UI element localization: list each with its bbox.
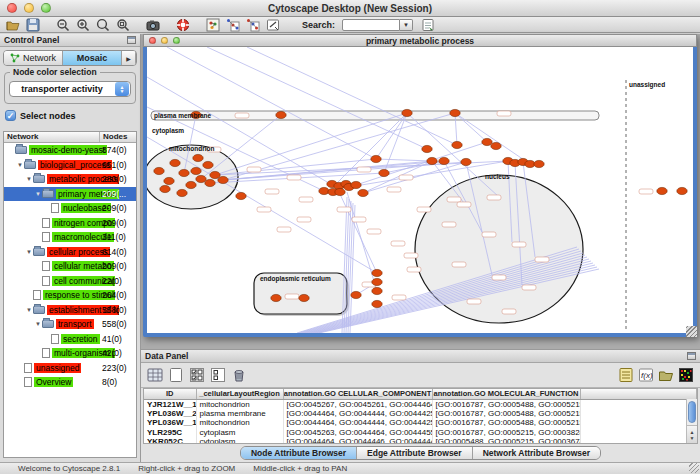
zoom-window-button[interactable] <box>41 3 51 13</box>
tree-row[interactable]: ▼metabolic process280(0) <box>4 172 136 187</box>
graph-node[interactable] <box>439 157 449 164</box>
graph-node[interactable] <box>372 269 382 276</box>
graph-node[interactable] <box>482 138 492 145</box>
graph-node[interactable] <box>677 187 687 194</box>
graph-node[interactable] <box>203 161 213 168</box>
graph-node[interactable] <box>210 171 220 178</box>
graph-node[interactable] <box>177 189 187 196</box>
graph-node[interactable] <box>186 181 196 188</box>
tab-network[interactable]: Network <box>4 51 63 65</box>
table-row[interactable]: YPL036W__1mitochondrion[GO:0044464, GO:0… <box>144 418 697 428</box>
table-column-header[interactable]: _cellularLayoutRegion <box>196 389 283 399</box>
open-session-icon[interactable] <box>6 18 20 32</box>
tree-row[interactable]: ▼cellular process614(0) <box>4 245 136 260</box>
tree-expand-arrow-icon[interactable]: ▼ <box>25 249 33 255</box>
network-window-titlebar[interactable]: primary metabolic process <box>143 34 697 47</box>
graph-node[interactable] <box>319 187 329 194</box>
table-row[interactable]: YJR121W__1mitochondrion[GO:0045267, GO:0… <box>144 399 697 409</box>
graph-node[interactable] <box>351 181 361 188</box>
tree-row[interactable]: nitrogen compo209(0) <box>4 216 136 231</box>
help-lifering-icon[interactable] <box>176 18 190 32</box>
layout-nodes-b-icon[interactable] <box>246 18 260 32</box>
network-window-resize-grip[interactable] <box>686 326 697 337</box>
tree-expand-arrow-icon[interactable]: ▼ <box>16 162 24 168</box>
unselect-attributes-icon[interactable] <box>210 367 226 383</box>
graph-node[interactable] <box>351 291 361 298</box>
graph-node[interactable] <box>422 145 432 152</box>
tree-expand-arrow-icon[interactable]: ▼ <box>34 321 42 327</box>
tree-row[interactable]: unassigned223(0) <box>4 361 136 376</box>
close-window-button[interactable] <box>7 3 17 13</box>
graph-node[interactable] <box>402 109 412 116</box>
table-scrollbar[interactable]: ▲▼ <box>686 399 697 443</box>
tree-row[interactable]: cellular metabo209(0) <box>4 259 136 274</box>
scrollbar-arrows[interactable]: ▲▼ <box>687 425 697 443</box>
app-resize-grip[interactable] <box>689 463 699 473</box>
tab-network-attribute-browser[interactable]: Network Attribute Browser <box>473 447 600 459</box>
zoom-fit-icon[interactable] <box>96 18 110 32</box>
network-canvas[interactable]: plasma membranecytoplasmmitochondrionnuc… <box>147 47 693 333</box>
graph-node[interactable] <box>358 189 368 196</box>
attribute-editor-icon[interactable] <box>618 367 634 383</box>
table-column-header[interactable] <box>580 389 697 399</box>
graph-node[interactable] <box>372 278 382 285</box>
graph-node[interactable] <box>218 176 228 183</box>
table-row[interactable]: YLR295Ccytoplasm[GO:0045263, GO:0044464,… <box>144 428 697 438</box>
graph-node[interactable] <box>372 287 382 294</box>
graph-node[interactable] <box>299 294 309 301</box>
tab-mosaic[interactable]: Mosaic <box>63 51 122 65</box>
select-attributes-icon[interactable] <box>189 367 205 383</box>
tree-expand-arrow-icon[interactable]: ▼ <box>34 191 42 197</box>
search-input[interactable] <box>342 19 400 31</box>
graph-node[interactable] <box>205 179 215 186</box>
tree-row[interactable]: ▼establishment of lo558(0) <box>4 303 136 318</box>
layout-nodes-a-icon[interactable] <box>226 18 240 32</box>
tree-column-network[interactable]: Network <box>4 132 100 142</box>
graph-node[interactable] <box>379 169 389 176</box>
graph-node[interactable] <box>372 300 382 307</box>
graph-node[interactable] <box>170 159 180 166</box>
table-column-header[interactable]: annotation.GO MOLECULAR_FUNCTION <box>432 389 580 399</box>
tree-row[interactable]: cell communicat22(0) <box>4 274 136 289</box>
graph-node[interactable] <box>450 109 460 116</box>
graph-node[interactable] <box>191 167 201 174</box>
graph-node[interactable] <box>452 141 462 148</box>
zoom-in-icon[interactable] <box>76 18 90 32</box>
delete-attribute-icon[interactable] <box>231 367 247 383</box>
graph-node[interactable] <box>271 294 281 301</box>
tab-overflow-arrow[interactable]: ▶ <box>122 51 136 65</box>
minimize-window-button[interactable] <box>24 3 34 13</box>
table-row[interactable]: YPL036W__2plasma membrane[GO:0044464, GO… <box>144 409 697 419</box>
graph-node[interactable] <box>461 158 471 165</box>
search-dropdown-button[interactable]: ▼ <box>400 19 413 31</box>
graph-node[interactable] <box>160 185 170 192</box>
node-color-dropdown[interactable]: transporter activity ▲▼ <box>9 81 131 97</box>
graph-node[interactable] <box>196 175 206 182</box>
tree-row[interactable]: response to stimulu264(0) <box>4 288 136 303</box>
tree-row[interactable]: mosaic-demo-yeast874(0) <box>4 143 136 158</box>
graph-node[interactable] <box>276 111 286 118</box>
vizmapper-icon[interactable] <box>206 18 220 32</box>
tree-row[interactable]: ▼biological_process651(0) <box>4 158 136 173</box>
tree-row[interactable]: ▼transport558(0) <box>4 317 136 332</box>
tab-node-attribute-browser[interactable]: Node Attribute Browser <box>241 447 357 459</box>
graph-node[interactable] <box>371 155 381 162</box>
graph-node[interactable] <box>335 188 345 195</box>
graph-node[interactable] <box>154 167 164 174</box>
graph-node[interactable] <box>427 157 437 164</box>
graph-node[interactable] <box>179 169 189 176</box>
tree-row[interactable]: secretion41(0) <box>4 332 136 347</box>
tree-row[interactable]: Overview8(0) <box>4 375 136 390</box>
scrollbar-thumb[interactable] <box>688 401 696 423</box>
new-attribute-icon[interactable] <box>168 367 184 383</box>
function-builder-icon[interactable]: f(x) <box>638 367 654 383</box>
graph-node[interactable] <box>236 192 246 199</box>
table-column-header[interactable]: annotation.GO CELLULAR_COMPONENT <box>283 389 432 399</box>
tree-row[interactable]: ▼primary metabo209(... <box>4 187 136 202</box>
search-config-icon[interactable] <box>421 18 435 32</box>
save-session-icon[interactable] <box>26 18 40 32</box>
graph-node[interactable] <box>534 160 544 167</box>
import-attributes-icon[interactable] <box>658 367 674 383</box>
float-panel-icon[interactable] <box>687 352 696 360</box>
select-nodes-checkbox[interactable]: ✓ <box>5 110 16 121</box>
